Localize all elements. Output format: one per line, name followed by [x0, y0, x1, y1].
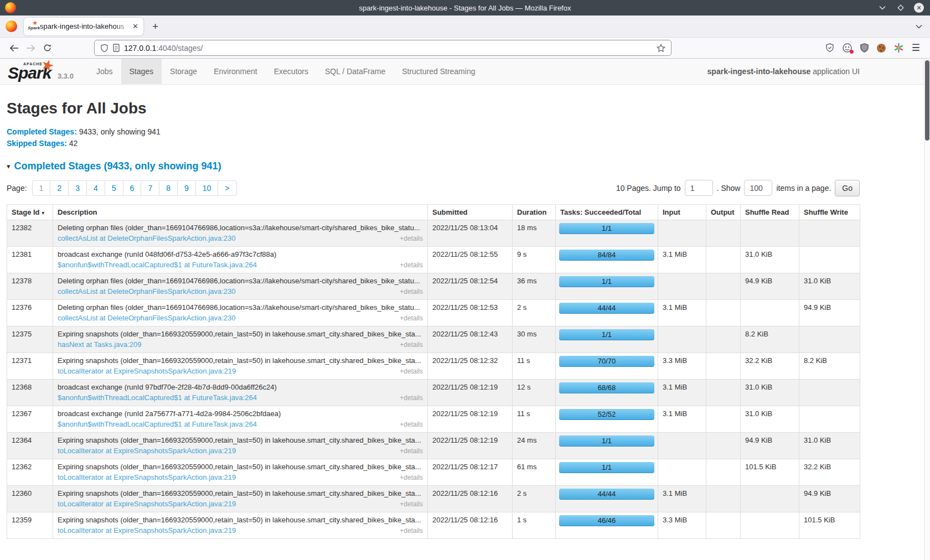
- application-suffix: application UI: [810, 67, 860, 76]
- details-toggle[interactable]: +details: [400, 314, 423, 322]
- stage-detail-link[interactable]: hasNext at Tasks.java:209: [58, 340, 142, 349]
- column-shuffle-write[interactable]: Shuffle Write: [799, 205, 860, 220]
- mask-extension-icon[interactable]: [843, 43, 852, 53]
- stage-id-cell: 12362: [7, 459, 53, 486]
- stage-detail-link[interactable]: collectAsList at DeleteOrphanFilesSparkA…: [58, 314, 236, 322]
- shuffle-write-cell: 32.2 KiB: [799, 459, 860, 486]
- nav-item-sql-dataframe[interactable]: SQL / DataFrame: [317, 59, 394, 84]
- details-toggle[interactable]: +details: [400, 367, 423, 375]
- url-bar[interactable]: 127.0.0.1:4040/stages/: [94, 40, 671, 56]
- stage-detail-link[interactable]: collectAsList at DeleteOrphanFilesSparkA…: [58, 287, 236, 295]
- stage-detail-link[interactable]: toLocalIterator at ExpireSnapshotsSparkA…: [58, 367, 236, 375]
- details-toggle[interactable]: +details: [400, 341, 423, 349]
- ublock-shield-icon[interactable]: [860, 43, 869, 53]
- description-cell: broadcast exchange (runId 97bdf70e-2f28-…: [53, 380, 428, 406]
- menu-hamburger-icon[interactable]: ☰: [912, 42, 920, 54]
- column-input[interactable]: Input: [658, 205, 706, 220]
- shield-icon[interactable]: [100, 44, 108, 53]
- column-shuffle-read[interactable]: Shuffle Read: [741, 205, 799, 220]
- nav-item-structured-streaming[interactable]: Structured Streaming: [394, 59, 483, 84]
- details-toggle[interactable]: +details: [400, 235, 423, 242]
- nav-item-storage[interactable]: Storage: [162, 59, 205, 84]
- show-count-input[interactable]: [744, 180, 772, 196]
- column-submitted[interactable]: Submitted: [428, 205, 513, 220]
- bookmark-shield-extension-icon[interactable]: [825, 43, 834, 53]
- page-button-2[interactable]: 2: [50, 180, 69, 196]
- details-toggle[interactable]: +details: [400, 421, 423, 428]
- page-button-8[interactable]: 8: [159, 180, 178, 196]
- completed-stages-link[interactable]: Completed Stages:: [7, 127, 77, 136]
- stage-detail-link[interactable]: $anonfun$withThreadLocalCaptured$1 at Fu…: [58, 393, 257, 402]
- nav-item-executors[interactable]: Executors: [266, 59, 317, 84]
- maximize-icon[interactable]: [896, 3, 906, 13]
- close-icon[interactable]: ✕: [914, 3, 924, 13]
- nav-item-jobs[interactable]: Jobs: [88, 59, 121, 84]
- stage-detail-link[interactable]: toLocalIterator at ExpireSnapshotsSparkA…: [58, 500, 236, 508]
- go-button[interactable]: Go: [835, 180, 860, 196]
- details-toggle[interactable]: +details: [400, 474, 423, 481]
- nav-item-environment[interactable]: Environment: [205, 59, 266, 84]
- stage-detail-link[interactable]: collectAsList at DeleteOrphanFilesSparkA…: [58, 234, 236, 242]
- page-button-9[interactable]: 9: [178, 180, 196, 196]
- page-button-10[interactable]: 10: [196, 180, 219, 196]
- browser-toolbar: 127.0.0.1:4040/stages/ ☰: [0, 38, 930, 59]
- page-button-4[interactable]: 4: [87, 180, 105, 196]
- scrollbar-thumb[interactable]: [925, 60, 929, 141]
- column-stage-id[interactable]: Stage Id ▾: [7, 205, 53, 220]
- forward-icon[interactable]: [22, 44, 39, 52]
- skipped-stages-link[interactable]: Skipped Stages:: [7, 139, 67, 148]
- details-toggle[interactable]: +details: [400, 261, 423, 269]
- firefox-view-icon[interactable]: [6, 20, 17, 32]
- duration-cell: 36 ms: [513, 273, 556, 300]
- tasks-progress: 1/1: [559, 276, 654, 287]
- details-toggle[interactable]: +details: [400, 394, 423, 402]
- new-tab-button[interactable]: +: [152, 20, 158, 33]
- column-tasks[interactable]: Tasks: Succeeded/Total: [556, 205, 658, 220]
- list-tabs-chevron-icon[interactable]: [916, 24, 922, 29]
- cookie-icon[interactable]: [877, 44, 886, 53]
- page-button-6[interactable]: 6: [123, 180, 142, 196]
- spark-logo[interactable]: APACHE Spark ★: [8, 59, 51, 84]
- page-button-5[interactable]: 5: [105, 180, 123, 196]
- page-button-7[interactable]: 7: [141, 180, 159, 196]
- page-scrollbar[interactable]: [924, 59, 930, 560]
- stage-detail-link[interactable]: toLocalIterator at ExpireSnapshotsSparkA…: [58, 526, 236, 535]
- column-output[interactable]: Output: [706, 205, 741, 220]
- shuffle-write-cell: [799, 380, 860, 406]
- input-cell: 3.3 MiB: [658, 353, 706, 380]
- bookmark-star-icon[interactable]: [657, 44, 665, 53]
- tasks-cell: 1/1: [556, 459, 658, 486]
- details-toggle[interactable]: +details: [400, 527, 423, 535]
- back-icon[interactable]: [6, 44, 22, 52]
- page-button->[interactable]: >: [218, 180, 236, 196]
- page-button-1[interactable]: 1: [32, 180, 51, 196]
- minimize-icon[interactable]: [877, 3, 887, 13]
- details-toggle[interactable]: +details: [400, 500, 423, 508]
- input-cell: 3.3 MiB: [658, 512, 706, 539]
- page-button-3[interactable]: 3: [69, 180, 87, 196]
- description-cell: Expiring snapshots (older_than=166932055…: [53, 486, 428, 512]
- nav-item-stages[interactable]: Stages: [121, 59, 162, 84]
- page-info-icon[interactable]: [113, 44, 120, 52]
- table-row: 12382 Deleting orphan files (older_than=…: [7, 220, 860, 247]
- table-row: 12381 broadcast exchange (runId 048fd06f…: [7, 247, 860, 273]
- jump-to-input[interactable]: [685, 180, 713, 196]
- details-toggle[interactable]: +details: [400, 288, 423, 295]
- details-toggle[interactable]: +details: [400, 447, 423, 455]
- stage-detail-link[interactable]: $anonfun$withThreadLocalCaptured$1 at Fu…: [58, 261, 257, 269]
- tab-close-icon[interactable]: ✕: [131, 22, 140, 30]
- reload-icon[interactable]: [39, 44, 55, 52]
- browser-tab[interactable]: ★Spark spark-ingest-into-lakehous ✕: [24, 18, 143, 35]
- stage-detail-link[interactable]: toLocalIterator at ExpireSnapshotsSparkA…: [58, 473, 236, 481]
- tasks-cell: 1/1: [556, 273, 658, 300]
- stage-description: broadcast exchange (runId 048fd06f-d753-…: [58, 250, 423, 258]
- duration-cell: 2 s: [513, 486, 556, 512]
- stage-detail-link[interactable]: toLocalIterator at ExpireSnapshotsSparkA…: [58, 447, 236, 455]
- section-header-text: Completed Stages (9433, only showing 941…: [14, 160, 221, 172]
- completed-stages-section-header[interactable]: ▾ Completed Stages (9433, only showing 9…: [7, 160, 860, 172]
- tasks-cell: 84/84: [556, 247, 658, 273]
- column-duration[interactable]: Duration: [513, 205, 556, 220]
- stage-detail-link[interactable]: $anonfun$withThreadLocalCaptured$1 at Fu…: [58, 420, 257, 428]
- colorful-asterisk-icon[interactable]: [894, 43, 903, 53]
- column-description[interactable]: Description: [53, 205, 428, 220]
